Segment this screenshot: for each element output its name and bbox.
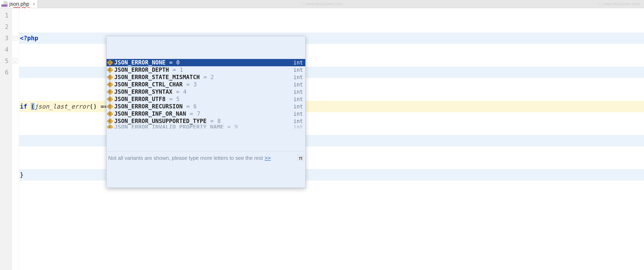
completion-item-name: JSON_ERROR_INVALID_PROPERTY_NAME [114, 125, 224, 128]
code-area[interactable]: <?php if (json_last_error() === ) { } CJ… [19, 8, 644, 270]
fold-toggle-icon[interactable]: ▵ [13, 59, 18, 63]
line-number: 6 [0, 67, 8, 78]
line-number: 3 [0, 33, 8, 44]
completion-item-equals: = [226, 125, 232, 128]
completion-footer: Not all variants are shown, please type … [106, 151, 305, 165]
line-number: 4 [0, 44, 8, 55]
completion-item[interactable]: CJSON_ERROR_INVALID_PROPERTY_NAME=9int [106, 125, 305, 128]
code-editor[interactable]: 1 2 3 4 5 6 − ▵ <?php if (json_last_erro… [0, 8, 644, 270]
line-number-gutter: 1 2 3 4 5 6 [0, 8, 12, 270]
completion-item-value: 9 [234, 125, 238, 128]
fold-gutter: − ▵ [12, 8, 19, 270]
constant-icon: C [107, 118, 113, 124]
completion-item[interactable]: CJSON_ERROR_UNSUPPORTED_TYPE=8int [106, 117, 305, 125]
line-number: 2 [0, 21, 8, 33]
completion-item-equals: = [202, 72, 208, 83]
editor-tabbar: PHP json.php × www.MacDown.com www.MacDo… [0, 0, 644, 8]
completion-item-value: 4 [183, 86, 186, 98]
close-icon[interactable]: × [32, 1, 35, 7]
completion-footer-text: Not all variants are shown, please type … [108, 152, 263, 164]
pi-icon[interactable]: π [298, 155, 304, 161]
constant-icon: C [107, 125, 113, 128]
tab-json-php[interactable]: PHP json.php × [0, 0, 38, 8]
completion-popup: CJSON_ERROR_NONE=0intCJSON_ERROR_DEPTH=1… [106, 36, 306, 188]
watermark: www.MacDown.com [302, 2, 342, 6]
code-line[interactable] [19, 203, 644, 215]
watermark: www.MacDown.com [599, 2, 640, 6]
globe-icon [599, 2, 602, 6]
line-number: 1 [0, 10, 8, 21]
completion-item-value: 2 [210, 72, 214, 83]
completion-item-type: int [294, 125, 303, 128]
fold-toggle-icon[interactable]: − [13, 36, 18, 41]
completion-show-more-link[interactable]: >> [264, 152, 271, 164]
line-number: 5 [0, 55, 8, 67]
tab-filename: json.php [9, 1, 29, 7]
completion-item-value: 3 [193, 79, 197, 90]
globe-icon [302, 2, 305, 6]
completion-list[interactable]: CJSON_ERROR_NONE=0intCJSON_ERROR_DEPTH=1… [106, 59, 305, 128]
php-file-icon: PHP [1, 1, 8, 7]
